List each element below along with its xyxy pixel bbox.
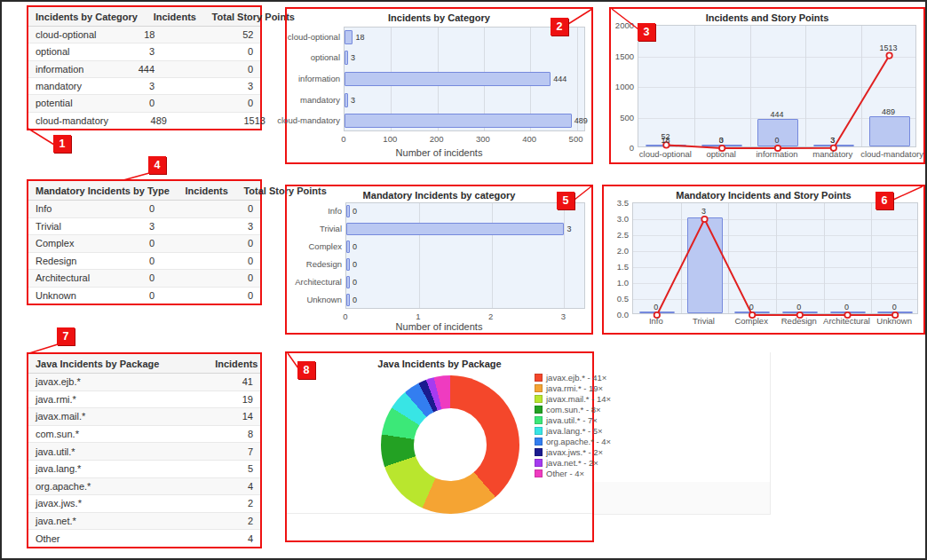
table-cell: 0 (162, 256, 260, 266)
table-cell: Architectural (28, 272, 103, 283)
value-label: 489 (860, 107, 916, 116)
legend-item: com.sun.* - 8× (535, 405, 611, 414)
bar (346, 205, 350, 217)
callout-5: 5 (557, 192, 574, 209)
table-cell: Redesign (28, 256, 103, 266)
table-cell: javax.ejb.* (28, 376, 162, 387)
category-label: cloud-mandatory (860, 149, 916, 159)
grid-line (492, 203, 493, 308)
table-cell: 3 (162, 81, 260, 91)
legend-swatch (535, 395, 543, 403)
legend-item: javax.ejb.* - 41× (535, 373, 611, 383)
value-label: 0 (727, 303, 775, 312)
table-rows: cloud-optional1852optional30information4… (28, 27, 260, 129)
bar (346, 241, 350, 253)
y-tick-label: 0.0 (617, 310, 629, 319)
chart-title: Java Incidents by Package (287, 359, 592, 369)
table-rows: javax.ejb.*41java.rmi.*19javax.mail.*14c… (28, 374, 260, 547)
category-label: Architectural (295, 277, 342, 287)
legend-swatch (535, 459, 543, 467)
table-header-cell: Incidents (145, 12, 203, 22)
legend-swatch (535, 406, 543, 414)
x-tick-label: 200 (424, 134, 450, 144)
table-header: Java Incidents by Package Incidents (28, 354, 260, 374)
table-cell: 41 (162, 376, 260, 387)
x-tick-label: 400 (516, 134, 543, 144)
table-cell: 18 (104, 29, 162, 40)
table-cell: 1513 (174, 115, 273, 126)
table-cell: Trivial (28, 221, 103, 232)
x-tick-label: 0 (332, 312, 359, 321)
mandatory-incidents-table: Mandatory Incidents by Type Incidents To… (28, 181, 260, 304)
x-axis-label: Number of incidents (287, 147, 591, 158)
incidents-and-story-points-chart: Incidents and Story Points 0500100015002… (611, 9, 923, 162)
mandatory-incidents-bar-chart: Mandatory Incidents by category Number o… (287, 186, 591, 333)
y-tick-label: 1500 (615, 51, 634, 61)
callout-6: 6 (876, 192, 893, 209)
legend-swatch (535, 427, 543, 435)
legend-item: java.lang.* - 5× (535, 426, 611, 436)
value-label: 18 (355, 33, 364, 42)
category-label: Redesign (775, 316, 823, 326)
line-marker (886, 52, 891, 58)
table-cell: 0 (162, 46, 260, 57)
bar (346, 223, 564, 235)
java-incidents-table-panel: Java Incidents by Package Incidents java… (27, 352, 262, 548)
dashboard: Incidents by Category Incidents Total St… (0, 0, 927, 560)
category-label: information (749, 149, 805, 159)
y-tick-label: 0 (630, 143, 634, 153)
table-row: cloud-mandatory4891513 (28, 112, 260, 129)
table-row: javax.ejb.*41 (28, 374, 260, 390)
table-cell: Complex (28, 238, 103, 248)
table-cell: org.apache.* (28, 481, 162, 492)
chart-title: Mandatory Incidents by category (287, 190, 591, 201)
table-cell: 7 (162, 446, 260, 457)
table-cell: cloud-optional (28, 29, 104, 40)
table-cell: 3 (162, 221, 260, 232)
bar (345, 114, 572, 128)
value-label: 3 (680, 207, 728, 216)
table-cell: java.lang.* (28, 463, 162, 474)
grid-line (419, 203, 420, 308)
category-label: Info (632, 316, 680, 326)
table-cell: 2 (162, 516, 260, 526)
grid-line (564, 203, 565, 308)
incidents-by-category-table-panel: Incidents by Category Incidents Total St… (27, 5, 262, 130)
incidents-and-story-points-chart-panel: Incidents and Story Points 0500100015002… (609, 7, 925, 164)
category-label: cloud-optional (638, 149, 693, 159)
table-cell: 8 (162, 429, 260, 439)
category-label: Redesign (306, 259, 342, 269)
legend-item: javax.mail.* - 14× (535, 394, 611, 404)
bar (345, 51, 348, 65)
background-row (594, 482, 770, 514)
chart-legend: javax.ejb.* - 41×java.rmi.* - 19×javax.m… (535, 373, 611, 479)
mandatory-incidents-chart-panel: Mandatory Incidents by category Number o… (285, 185, 593, 335)
legend-item: javax.jws.* - 2× (535, 447, 611, 457)
table-row: cloud-optional1852 (28, 27, 260, 43)
callout-3: 3 (638, 23, 655, 41)
table-cell: 0 (103, 290, 162, 301)
table-cell: 0 (103, 238, 162, 248)
table-cell: 0 (162, 238, 260, 248)
bar (345, 72, 551, 86)
value-label: 3 (351, 53, 355, 62)
x-tick-label: 2 (478, 312, 504, 321)
legend-swatch (535, 469, 543, 477)
value-label: 0 (353, 260, 357, 269)
x-tick-label: 300 (470, 134, 496, 144)
java-incidents-donut-panel: Java Incidents by Package javax.ejb.* - … (285, 351, 594, 542)
table-row: org.apache.*4 (28, 477, 260, 495)
value-label: 444 (553, 75, 566, 83)
legend-label: javax.mail.* - 14× (546, 394, 611, 404)
line-series (633, 203, 919, 315)
table-row: optional30 (28, 43, 260, 59)
table-cell: mandatory (28, 81, 103, 91)
legend-swatch (535, 416, 543, 424)
value-label: 0 (693, 136, 749, 145)
callout-2: 2 (551, 18, 568, 35)
chart-title: Incidents by Category (287, 12, 591, 23)
x-tick-label: 1 (405, 312, 432, 321)
table-cell: 0 (103, 272, 162, 283)
table-cell: 0 (103, 98, 162, 108)
table-cell: 3 (103, 46, 162, 57)
